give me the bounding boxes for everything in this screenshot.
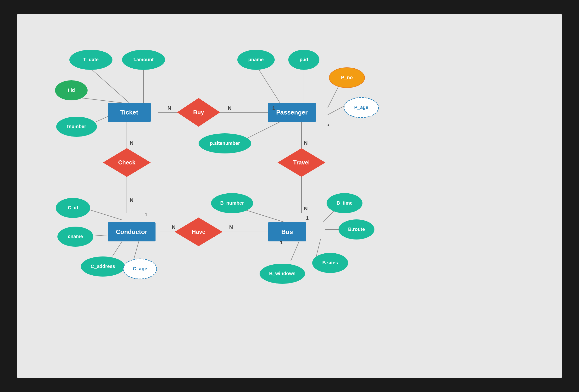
attr-b-time: B_time xyxy=(327,193,362,213)
attr-b-number: B_number xyxy=(211,193,253,213)
svg-text:t.amount: t.amount xyxy=(134,57,154,62)
attr-p-age: P_age xyxy=(344,98,378,117)
attr-p-id: p.id xyxy=(288,50,319,70)
svg-line-2 xyxy=(78,98,122,103)
svg-text:C_id: C_id xyxy=(68,205,78,210)
relation-have[interactable]: Have xyxy=(175,218,222,246)
entity-ticket[interactable]: Ticket xyxy=(108,103,151,122)
svg-line-22 xyxy=(323,210,335,222)
svg-line-9 xyxy=(328,105,346,115)
svg-text:pname: pname xyxy=(248,57,264,62)
svg-line-10 xyxy=(242,122,280,141)
svg-line-0 xyxy=(91,69,129,103)
svg-text:B.sites: B.sites xyxy=(322,260,338,265)
svg-line-25 xyxy=(291,241,299,261)
svg-line-21 xyxy=(245,210,285,222)
svg-text:p.id: p.id xyxy=(299,57,308,62)
svg-text:p.sitenumber: p.sitenumber xyxy=(210,141,240,146)
attr-tnumber: tnumber xyxy=(56,117,97,137)
svg-text:Ticket: Ticket xyxy=(120,109,138,116)
svg-line-8 xyxy=(328,85,339,108)
card-buy-passenger-n: N xyxy=(228,105,232,111)
svg-text:t.id: t.id xyxy=(68,87,75,93)
attr-c-address: C_address xyxy=(81,256,125,277)
attr-c-age: C_age xyxy=(123,259,157,279)
svg-text:B_time: B_time xyxy=(337,200,353,206)
attr-pname: pname xyxy=(237,50,275,70)
attr-b-windows: B_windows xyxy=(260,264,305,284)
attr-t-amount: t.amount xyxy=(122,50,165,70)
attr-p-sitenumber: p.sitenumber xyxy=(199,133,251,154)
svg-text:B_number: B_number xyxy=(220,200,244,206)
card-have-bus-n: N xyxy=(229,224,233,230)
svg-text:T_date: T_date xyxy=(83,57,99,62)
relation-travel[interactable]: Travel xyxy=(278,148,325,177)
card-check-conductor-n: N xyxy=(130,197,134,203)
card-conductor-have-n: N xyxy=(172,224,176,230)
svg-text:C_age: C_age xyxy=(133,266,147,271)
svg-text:Travel: Travel xyxy=(293,159,310,166)
relation-buy[interactable]: Buy xyxy=(177,98,220,127)
entity-conductor[interactable]: Conductor xyxy=(108,222,155,241)
attr-c-id: C_id xyxy=(56,198,90,218)
card-passenger-1: 1 xyxy=(272,105,275,111)
svg-text:B.route: B.route xyxy=(348,226,365,232)
card-conductor-1: 1 xyxy=(145,212,147,218)
card-passenger-travel-n: N xyxy=(304,140,308,146)
attr-cname: cname xyxy=(57,226,93,247)
er-diagram-canvas: Ticket Passenger Conductor Bus Buy Check xyxy=(17,14,562,378)
diagram-svg: Ticket Passenger Conductor Bus Buy Check xyxy=(17,14,562,378)
svg-line-20 xyxy=(134,241,139,259)
svg-text:Check: Check xyxy=(118,159,136,166)
svg-text:B_windows: B_windows xyxy=(269,271,295,276)
svg-text:Bus: Bus xyxy=(281,228,293,235)
card-bus-have-1: 1 xyxy=(280,239,283,245)
svg-text:Buy: Buy xyxy=(193,109,204,115)
svg-text:Conductor: Conductor xyxy=(116,228,147,235)
svg-text:P_age: P_age xyxy=(354,105,368,110)
attr-b-sites: B.sites xyxy=(312,253,348,273)
svg-text:Passenger: Passenger xyxy=(276,109,308,116)
attr-b-route: B.route xyxy=(339,220,374,239)
attr-t-id: t.id xyxy=(55,80,87,100)
attr-t-date: T_date xyxy=(69,50,112,70)
relation-check[interactable]: Check xyxy=(103,148,151,177)
card-passenger-star: * xyxy=(327,123,329,129)
card-bus-travel-1: 1 xyxy=(306,215,309,221)
svg-text:C_address: C_address xyxy=(91,264,115,269)
attr-p-no: P_no xyxy=(329,68,365,88)
svg-line-19 xyxy=(112,241,122,256)
card-ticket-check-n: N xyxy=(130,140,134,146)
entity-bus[interactable]: Bus xyxy=(268,222,306,241)
card-travel-bus-n: N xyxy=(304,206,308,212)
svg-text:Have: Have xyxy=(192,228,205,235)
svg-line-6 xyxy=(258,69,280,103)
svg-text:tnumber: tnumber xyxy=(67,124,86,129)
card-ticket-buy-n: N xyxy=(167,105,171,111)
svg-text:P_no: P_no xyxy=(341,75,353,80)
svg-text:cname: cname xyxy=(68,234,83,239)
